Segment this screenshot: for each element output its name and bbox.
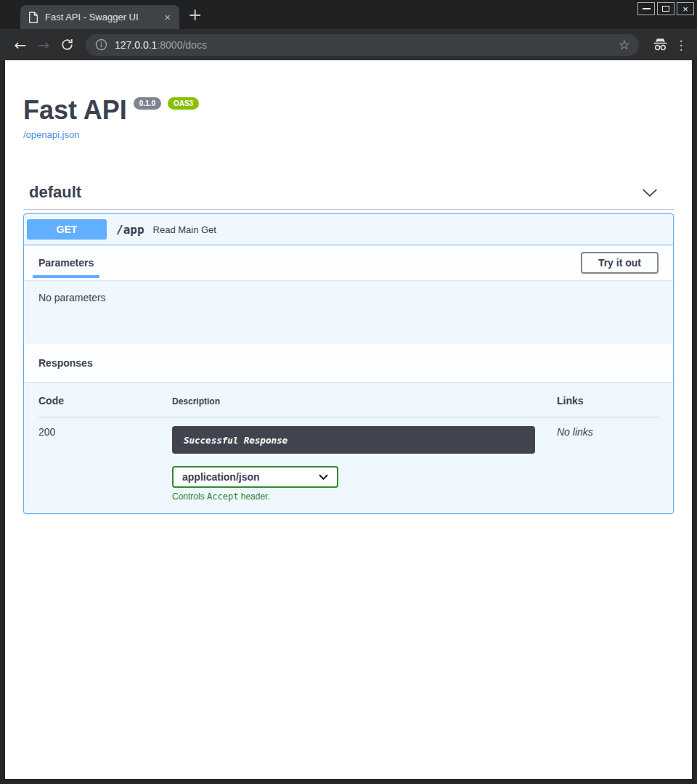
browser-tab[interactable]: Fast API - Swagger UI × [20,5,179,29]
operation-summary-text: Read Main Get [153,224,216,235]
column-header-description: Description [172,395,557,407]
document-icon [28,12,38,23]
new-tab-button[interactable]: + [188,7,202,23]
accept-note-suffix: header. [238,491,269,502]
operation-path: /app [116,223,144,237]
method-badge: GET [27,219,107,240]
accept-header-note: Controls Accept header. [172,491,557,502]
response-code: 200 [38,426,172,502]
page-viewport: Fast API0.1.0OAS3 /openapi.json default … [5,60,692,779]
media-type-select[interactable]: application/json [172,466,338,488]
column-header-links: Links [557,395,659,407]
oas3-badge: OAS3 [168,97,199,110]
browser-toolbar: ← → 127.0.0.1:8000/docs ☆ [0,29,697,60]
response-row-200: 200 Successful Response application/json [38,417,659,502]
maximize-button[interactable] [657,2,674,15]
page-title: Fast API [23,95,127,126]
responses-table-header: Code Description Links [38,395,659,417]
version-badge: 0.1.0 [134,97,161,110]
close-button[interactable]: × [677,2,694,15]
openapi-spec-link[interactable]: /openapi.json [23,129,79,140]
response-description-cell: Successful Response application/json Con… [172,426,557,502]
responses-header: Responses [24,344,673,382]
response-links: No links [557,426,659,502]
api-info: Fast API0.1.0OAS3 /openapi.json [23,95,674,141]
url-text: 127.0.0.1:8000/docs [115,39,207,51]
accept-note-prefix: Controls [172,491,207,502]
opblock-get-app: GET /app Read Main Get Parameters Try it… [23,213,674,514]
minimize-icon [643,8,651,9]
tab-parameters[interactable]: Parameters [38,257,94,269]
tag-section-default: default GET /app Read Main Get Parameter… [23,177,674,514]
back-icon[interactable]: ← [9,36,32,54]
browser-window: Fast API - Swagger UI × + × ← → 127.0.0.… [0,0,697,779]
swagger-ui: Fast API0.1.0OAS3 /openapi.json default … [5,60,692,514]
tag-name: default [29,183,81,202]
response-description-text: Successful Response [184,435,288,446]
tab-title: Fast API - Swagger UI [45,12,163,23]
bookmark-star-icon[interactable]: ☆ [619,37,630,52]
select-chevron-icon [319,474,328,480]
incognito-icon [648,37,672,52]
column-header-code: Code [38,395,172,407]
responses-table: Code Description Links 200 Successful Re… [24,382,673,513]
response-description-box: Successful Response [172,426,535,454]
maximize-icon [662,6,669,12]
chevron-down-icon[interactable] [642,189,658,197]
window-controls: × [637,2,694,15]
parameters-header: Parameters Try it out [24,245,673,280]
site-info-icon[interactable] [95,38,107,51]
browser-menu-icon[interactable]: ⋮ [672,38,690,52]
refresh-icon[interactable] [55,38,78,52]
parameters-body: No parameters [24,280,673,344]
address-bar[interactable]: 127.0.0.1:8000/docs ☆ [86,34,639,56]
tag-header[interactable]: default [23,177,674,210]
try-it-out-button[interactable]: Try it out [581,252,659,274]
tab-close-icon[interactable]: × [163,12,172,23]
accept-note-code: Accept [207,491,238,502]
url-path: :8000/docs [157,39,207,51]
forward-icon[interactable]: → [32,36,55,54]
url-host: 127.0.0.1 [115,39,157,51]
no-parameters-text: No parameters [38,292,106,303]
responses-title: Responses [38,357,93,369]
operation-summary[interactable]: GET /app Read Main Get [24,214,673,245]
minimize-button[interactable] [637,2,655,15]
media-type-value: application/json [182,471,260,483]
titlebar: Fast API - Swagger UI × + × [0,0,697,29]
